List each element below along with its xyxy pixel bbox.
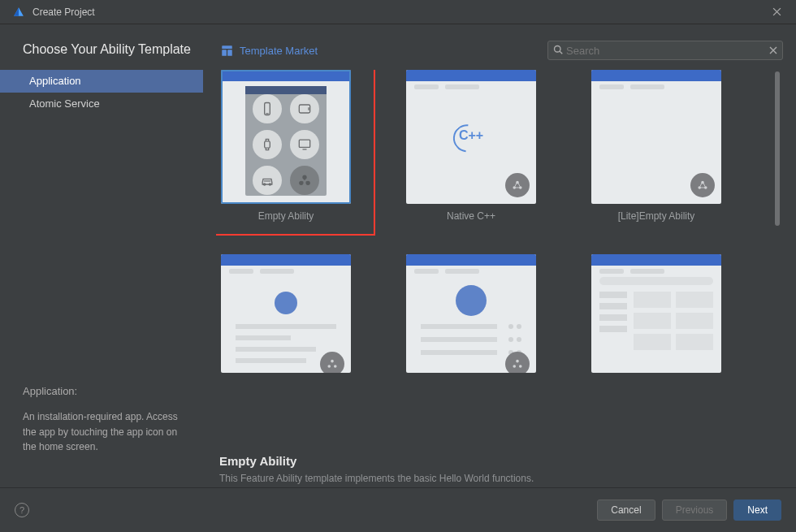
phone-icon <box>253 94 282 123</box>
template-label: Native C++ <box>447 210 495 222</box>
svg-point-3 <box>555 45 561 52</box>
template-card-lite-empty-ability[interactable]: [Lite]Empty Ability <box>591 70 721 222</box>
svg-rect-2 <box>227 50 232 56</box>
app-type-application[interactable]: Application <box>0 70 203 93</box>
detail-title: Empty Ability <box>219 454 534 468</box>
device-badge-icon <box>290 166 319 195</box>
content-area: Template Market <box>203 24 796 487</box>
content-topbar: Template Market <box>221 41 783 60</box>
cancel-button[interactable]: Cancel <box>597 500 655 521</box>
device-badge-icon <box>320 352 344 373</box>
page-title: Choose Your Ability Template <box>0 42 203 67</box>
scrollbar[interactable] <box>775 71 780 226</box>
svg-point-18 <box>519 186 522 189</box>
template-card-about[interactable] <box>221 254 351 373</box>
previous-button[interactable]: Previous <box>662 500 728 521</box>
window-title: Create Project <box>32 6 765 18</box>
template-detail: Empty Ability This Feature Ability templ… <box>219 454 534 484</box>
device-preview <box>245 86 327 196</box>
device-badge-icon <box>505 173 530 197</box>
device-badge-icon <box>505 352 530 373</box>
svg-point-25 <box>516 360 519 363</box>
sidebar-desc-label: Application: <box>23 383 193 400</box>
template-card-list[interactable] <box>406 254 536 373</box>
close-button[interactable] <box>765 1 788 24</box>
titlebar: Create Project <box>0 0 796 24</box>
template-label: [Lite]Empty Ability <box>618 210 695 222</box>
template-market-link[interactable]: Template Market <box>221 45 318 57</box>
search-input[interactable] <box>563 45 764 57</box>
svg-point-21 <box>704 186 707 189</box>
car-icon <box>253 166 282 195</box>
template-card-native-cpp[interactable]: C++ Native C++ <box>406 70 536 222</box>
app-logo-icon <box>13 6 24 18</box>
tv-icon <box>290 130 319 159</box>
search-clear-button[interactable] <box>769 45 777 57</box>
next-button[interactable]: Next <box>733 500 781 521</box>
svg-point-27 <box>519 365 522 368</box>
search-box[interactable] <box>547 41 783 60</box>
help-button[interactable]: ? <box>15 503 29 517</box>
tablet-icon <box>290 94 319 123</box>
app-type-list: Application Atomic Service <box>0 70 203 115</box>
x-icon <box>769 46 777 54</box>
detail-desc: This Feature Ability template implements… <box>219 473 534 484</box>
svg-rect-0 <box>222 45 232 49</box>
template-card-grid[interactable] <box>591 254 721 373</box>
app-type-atomic-service[interactable]: Atomic Service <box>0 93 203 115</box>
svg-rect-1 <box>222 50 227 56</box>
svg-point-24 <box>334 365 337 368</box>
device-badge-icon <box>690 173 715 197</box>
svg-rect-8 <box>265 141 270 148</box>
close-icon <box>772 7 781 16</box>
sidebar-description: Application: An installation-required ap… <box>23 383 193 455</box>
svg-point-26 <box>513 365 516 368</box>
market-icon <box>221 45 233 56</box>
cpp-icon: C++ <box>459 128 483 143</box>
sidebar: Choose Your Ability Template Application… <box>0 24 203 487</box>
svg-point-17 <box>513 186 516 189</box>
svg-point-20 <box>698 186 701 189</box>
svg-point-23 <box>327 365 331 368</box>
template-label: Empty Ability <box>258 210 314 222</box>
template-card-empty-ability[interactable]: Empty Ability <box>221 70 351 222</box>
template-market-label: Template Market <box>240 45 318 57</box>
watch-icon <box>253 130 282 159</box>
sidebar-desc-body: An installation-required app. Access the… <box>23 409 193 455</box>
template-grid: Empty Ability C++ Native C++ <box>216 70 783 450</box>
search-icon <box>553 45 563 57</box>
footer: ? Cancel Previous Next <box>0 487 796 532</box>
svg-point-22 <box>331 360 334 363</box>
svg-rect-9 <box>299 140 309 147</box>
